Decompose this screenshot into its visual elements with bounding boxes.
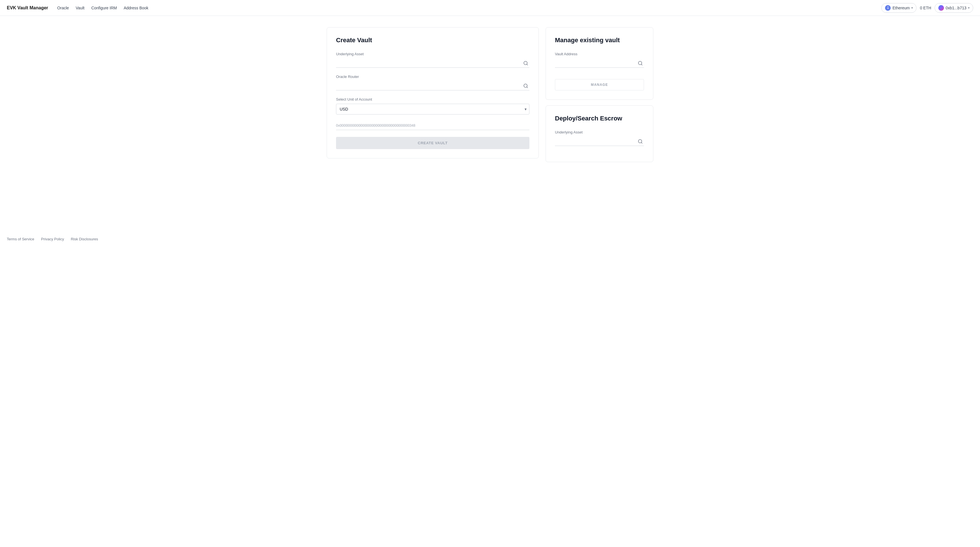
vault-address-search-button[interactable] xyxy=(636,60,644,67)
ethereum-icon: Ξ xyxy=(885,5,891,11)
unit-of-account-group: Select Unit of Account USD ETH BTC ▾ xyxy=(336,97,530,114)
unit-of-account-select-wrapper: USD ETH BTC ▾ xyxy=(336,104,530,114)
search-icon xyxy=(638,61,643,66)
underlying-asset-group: Underlying Asset xyxy=(336,52,530,68)
nav-address-book[interactable]: Address Book xyxy=(124,6,148,10)
svg-line-7 xyxy=(641,142,642,143)
unit-of-account-select[interactable]: USD ETH BTC xyxy=(336,104,530,114)
oracle-router-input-wrapper xyxy=(336,81,530,90)
search-icon xyxy=(523,61,528,66)
svg-line-3 xyxy=(527,87,527,87)
oracle-router-search-button[interactable] xyxy=(522,82,530,90)
main-content: Create Vault Underlying Asset Oracle Rou xyxy=(320,16,660,173)
network-label: Ethereum xyxy=(892,6,910,10)
escrow-underlying-asset-input[interactable] xyxy=(555,136,644,146)
vault-address-input-wrapper xyxy=(555,59,644,68)
content-grid: Create Vault Underlying Asset Oracle Rou xyxy=(327,27,653,162)
create-vault-card: Create Vault Underlying Asset Oracle Rou xyxy=(327,27,539,159)
underlying-asset-input[interactable] xyxy=(336,59,530,68)
footer-terms[interactable]: Terms of Service xyxy=(7,237,34,241)
nav-vault[interactable]: Vault xyxy=(76,6,84,10)
network-chevron-icon: ▾ xyxy=(912,6,913,10)
manage-vault-title: Manage existing vault xyxy=(555,36,644,44)
header-right: Ξ Ethereum ▾ 0 ETH 0xb1...b713 ▾ xyxy=(881,3,973,13)
oracle-router-label: Oracle Router xyxy=(336,75,530,79)
network-selector[interactable]: Ξ Ethereum ▾ xyxy=(881,3,916,13)
underlying-asset-input-wrapper xyxy=(336,59,530,68)
deploy-escrow-card: Deploy/Search Escrow Underlying Asset xyxy=(546,105,653,162)
svg-line-5 xyxy=(641,64,642,65)
oracle-router-input[interactable] xyxy=(336,81,530,90)
page-footer: Terms of Service Privacy Policy Risk Dis… xyxy=(0,230,980,248)
wallet-chevron-icon: ▾ xyxy=(968,6,969,10)
create-vault-button[interactable]: CREATE VAULT xyxy=(336,137,530,149)
svg-line-1 xyxy=(527,64,527,65)
app-header: EVK Vault Manager Oracle Vault Configure… xyxy=(0,0,980,16)
unit-of-account-label: Select Unit of Account xyxy=(336,97,530,101)
escrow-underlying-asset-group: Underlying Asset xyxy=(555,130,644,146)
underlying-asset-search-button[interactable] xyxy=(522,60,530,67)
manage-button[interactable]: MANAGE xyxy=(555,79,644,90)
create-vault-title: Create Vault xyxy=(336,36,530,44)
escrow-underlying-asset-label: Underlying Asset xyxy=(555,130,644,134)
vault-address-input[interactable] xyxy=(555,59,644,68)
manage-vault-card: Manage existing vault Vault Address MAN xyxy=(546,27,653,100)
underlying-asset-label: Underlying Asset xyxy=(336,52,530,56)
app-title: EVK Vault Manager xyxy=(7,5,48,11)
search-icon xyxy=(638,139,643,144)
wallet-button[interactable]: 0xb1...b713 ▾ xyxy=(935,3,973,13)
escrow-underlying-asset-input-wrapper xyxy=(555,136,644,146)
search-icon xyxy=(523,83,528,89)
deploy-escrow-title: Deploy/Search Escrow xyxy=(555,115,644,122)
main-nav: Oracle Vault Configure IRM Address Book xyxy=(57,6,149,10)
vault-address-group: Vault Address xyxy=(555,52,644,68)
wallet-avatar-icon xyxy=(938,5,944,11)
header-left: EVK Vault Manager Oracle Vault Configure… xyxy=(7,5,148,11)
escrow-underlying-asset-search-button[interactable] xyxy=(636,138,644,145)
right-panel: Manage existing vault Vault Address MAN xyxy=(546,27,653,162)
oracle-router-group: Oracle Router xyxy=(336,75,530,90)
footer-risk[interactable]: Risk Disclosures xyxy=(71,237,98,241)
wallet-address: 0xb1...b713 xyxy=(946,6,966,10)
nav-oracle[interactable]: Oracle xyxy=(57,6,69,10)
eth-balance: 0 ETH xyxy=(920,6,931,10)
footer-privacy[interactable]: Privacy Policy xyxy=(41,237,64,241)
unit-address-display: 0x00000000000000000000000000000000000003… xyxy=(336,121,530,130)
vault-address-label: Vault Address xyxy=(555,52,644,56)
nav-configure-irm[interactable]: Configure IRM xyxy=(91,6,117,10)
